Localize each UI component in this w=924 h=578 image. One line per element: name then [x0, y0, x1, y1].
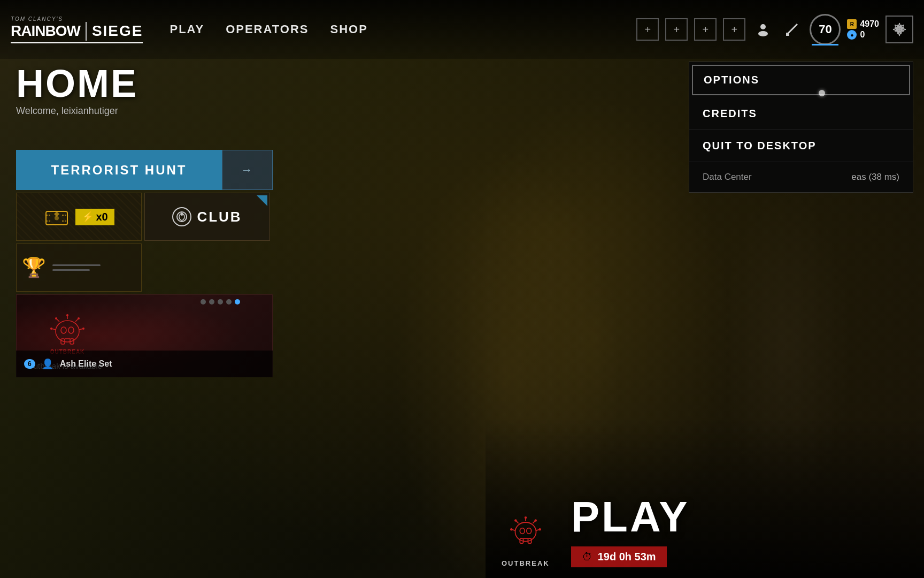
svg-rect-3 [786, 33, 789, 36]
outbreak-play-icon [504, 514, 547, 557]
second-cards-row: 🏆 [16, 244, 273, 292]
cards-row: ⚡ x0 CLUB [16, 193, 273, 241]
home-title: HOME [16, 64, 138, 103]
dot-3 [218, 299, 223, 305]
r6-credits-value: 4970 [860, 19, 879, 29]
ash-notification[interactable]: 6 👤 Ash Elite Set [16, 351, 273, 377]
dropdown-menu: OPTIONS CREDITS QUIT TO DESKTOP Data Cen… [689, 62, 913, 193]
notification-count-badge: 6 [24, 359, 35, 369]
nav-shop[interactable]: SHOP [330, 22, 367, 36]
dot-5 [235, 299, 240, 305]
svg-point-20 [68, 327, 74, 333]
svg-point-43 [525, 516, 527, 519]
renown-icon: ● [847, 30, 857, 40]
ubisoft-icon [175, 210, 188, 223]
club-label: CLUB [197, 209, 242, 225]
svg-point-45 [538, 528, 541, 530]
play-section: OUTBREAK PLAY ⏱ 19d 0h 53m [486, 417, 924, 578]
svg-point-36 [520, 528, 525, 534]
play-text-section: PLAY ⏱ 19d 0h 53m [571, 496, 690, 567]
data-center-value: eas (38 ms) [851, 172, 899, 182]
logo-siege: SIEGE [92, 22, 143, 40]
level-bar [812, 44, 838, 45]
play-title: PLAY [571, 496, 690, 538]
svg-point-14 [181, 214, 183, 216]
gear-icon [892, 22, 907, 37]
svg-point-26 [66, 314, 68, 316]
clock-icon: ⏱ [582, 551, 592, 563]
add-slot-3-button[interactable]: + [694, 18, 717, 41]
ubisoft-club-logo [172, 207, 191, 226]
timer-value: 19d 0h 53m [598, 551, 656, 563]
svg-point-6 [898, 28, 901, 31]
svg-point-1 [758, 31, 768, 36]
trophy-icon: 🏆 [22, 256, 46, 279]
svg-point-46 [514, 519, 517, 521]
svg-point-12 [55, 216, 59, 220]
logo: TOM CLANCY'S RAINBOW SIEGE [11, 16, 143, 43]
r6-credits-icon: R [847, 19, 857, 29]
svg-point-27 [78, 317, 80, 320]
navbar: TOM CLANCY'S RAINBOW SIEGE PLAY OPERATOR… [0, 0, 924, 59]
nav-operators[interactable]: OPERATORS [226, 22, 309, 36]
settings-button[interactable] [886, 16, 913, 43]
ticket-icon [43, 203, 70, 230]
svg-point-0 [760, 24, 766, 29]
arrow-icon: → [241, 163, 254, 177]
logo-rainbow: RAINBOW [11, 22, 80, 40]
terrorist-hunt-button[interactable]: TERRORIST HUNT [16, 150, 222, 190]
outbreak-play-label: OUTBREAK [502, 559, 550, 567]
trophy-line-2 [52, 269, 90, 271]
dot-1 [201, 299, 206, 305]
options-menu-item[interactable]: OPTIONS [692, 65, 910, 95]
nav-right: + + + + 70 R 4970 ● [636, 14, 913, 45]
logo-main: RAINBOW SIEGE [11, 22, 143, 41]
svg-point-28 [82, 328, 84, 330]
level-badge: 70 [810, 14, 841, 45]
logo-subtitle: TOM CLANCY'S [11, 16, 143, 22]
club-inner: CLUB [172, 207, 242, 226]
logo-underline [11, 42, 143, 43]
notification-icon: 👤 [42, 358, 53, 370]
profile-button[interactable] [752, 18, 774, 41]
person-icon [756, 22, 771, 37]
outbreak-play-badge: OUTBREAK [502, 514, 550, 567]
quit-to-desktop-menu-item[interactable]: QUIT TO DESKTOP [689, 130, 913, 162]
hunt-arrow-button[interactable]: → [222, 150, 273, 190]
dot-2 [209, 299, 214, 305]
notification-text: Ash Elite Set [60, 359, 112, 369]
outbreak-dots [201, 299, 240, 305]
logo-divider [86, 22, 87, 41]
svg-point-37 [527, 528, 532, 534]
svg-point-19 [61, 327, 66, 333]
club-card[interactable]: CLUB [144, 193, 270, 241]
left-panel: TERRORIST HUNT → ⚡ [16, 150, 273, 377]
credits-menu-item[interactable]: CREDITS [689, 98, 913, 130]
renown-value: 0 [860, 30, 865, 40]
booster-inner: ⚡ x0 [43, 203, 114, 230]
notification-button[interactable] [781, 18, 803, 41]
add-slot-2-button[interactable]: + [665, 18, 688, 41]
dot-4 [226, 299, 232, 305]
r6-credits-row: R 4970 [847, 19, 879, 29]
add-slot-1-button[interactable]: + [636, 18, 659, 41]
hunt-row: TERRORIST HUNT → [16, 150, 273, 190]
data-center-row: Data Center eas (38 ms) [689, 162, 913, 192]
add-slot-4-button[interactable]: + [723, 18, 745, 41]
sword-icon [784, 22, 799, 37]
currency-display: R 4970 ● 0 [847, 19, 879, 40]
lightning-icon: ⚡ [82, 211, 94, 223]
nav-play[interactable]: PLAY [170, 22, 204, 36]
welcome-text: Welcome, leixianhutiger [16, 105, 138, 117]
level-value: 70 [819, 22, 831, 36]
renown-row: ● 0 [847, 30, 879, 40]
empty-card [144, 244, 270, 292]
data-center-label: Data Center [703, 172, 752, 182]
svg-point-44 [534, 519, 536, 521]
booster-card[interactable]: ⚡ x0 [16, 193, 142, 241]
trophy-card[interactable]: 🏆 [16, 244, 142, 292]
trophy-lines [52, 264, 101, 271]
home-section: HOME Welcome, leixianhutiger [16, 64, 138, 117]
timer-row: ⏱ 19d 0h 53m [571, 546, 667, 567]
svg-point-29 [55, 317, 57, 320]
